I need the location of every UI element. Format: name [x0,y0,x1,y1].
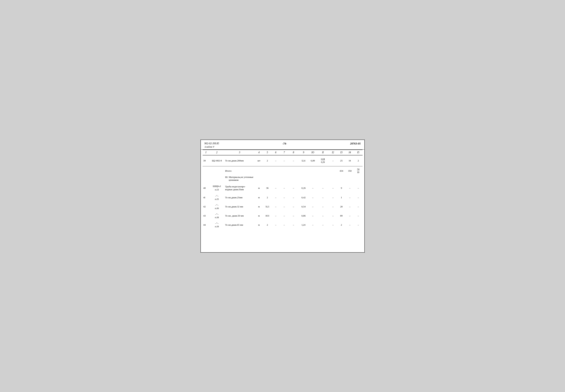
row-39-col2: Щ2-802-8 [209,155,224,166]
row-43-col2: –"–п.I8 [209,211,224,220]
row-42-col4: м [255,202,263,211]
total-col13: 434 [337,166,346,174]
row-44-col9: I,24 [298,220,308,229]
row-41-col3: То же,диам.25мм [224,193,255,202]
row-41-col9: 0,42 [298,193,308,202]
row-40-col4: м [255,183,263,193]
row-43-col9: 0,86 [298,211,308,220]
row-44-col2: –"–п.I9 [209,220,224,229]
row-39-col6: – [272,155,280,166]
row-39-col8: – [289,155,298,166]
row-41-col10: – [308,193,317,202]
total-label: Итого: [224,166,255,174]
row-40-col14: – [346,183,354,193]
total-empty-6 [272,166,280,174]
row-44-col4: м [255,220,263,229]
doc-number: 902-02-39I.85 [204,142,219,145]
total-empty-9 [298,166,308,174]
row-41-col7: – [280,193,289,202]
row-43-col1: 43 [203,211,209,220]
table-row: 4I –"–п.I5 То же,диам.25мм м 2 – – – 0,4… [203,193,362,202]
total-col15-bot: I9 [357,171,360,174]
row-41-col13: I [337,193,346,202]
row-39-col11: I,OI0,I9 [317,155,329,166]
row-41-col1: 4I [203,193,209,202]
row-43-col15: – [354,211,362,220]
row-40-col1: 40 [203,183,209,193]
total-empty-1 [203,166,209,174]
row-42-col14: – [346,202,354,211]
row-44-col13: 2 [337,220,346,229]
column-header-row: I 2 3 4 5 6 7 8 9 IO II I2 I3 I4 I5 [203,150,362,155]
row-41-col5: 2 [263,193,272,202]
row-41-col12: – [329,193,337,202]
section-header-row: Ш. Материалы,не учтенные ценником [203,174,362,183]
row-41-col8: – [289,193,298,202]
row-44-col8: – [289,220,298,229]
row-43-col12: – [329,211,337,220]
row-43-col5: IO3 [263,211,272,220]
row-41-col11: – [317,193,329,202]
row-39-col4: шт [255,155,263,166]
row-44-col12: – [329,220,337,229]
col-header-5: 5 [263,150,272,155]
album-label: Альбом У [204,145,219,148]
row-44-col1: 44 [203,220,209,229]
row-42-col15: – [354,202,362,211]
row-41-col14: – [346,193,354,202]
total-col14: 350 [346,166,354,174]
row-44-col15: – [354,220,362,229]
col-header-7: 7 [280,150,289,155]
row-43-col4: м [255,211,263,220]
total-empty-12 [329,166,337,174]
col-header-14: I4 [346,150,354,155]
total-empty-7 [280,166,289,174]
row-43-col7: – [280,211,289,220]
page-center: -74- [282,142,287,145]
row-43-col3: То же, диам.50 мм [224,211,255,220]
table-row: 40 ШЩIч.Iп.I3 Трубы водогазопро-водные д… [203,183,362,193]
row-39-col3: То же,диам.200мм [224,155,255,166]
row-44-col6: – [272,220,280,229]
row-39-col7: – [280,155,289,166]
table-row: 42 –"–п.I6 То же,диам.32 мм м 5I,5 – – –… [203,202,362,211]
total-col15-top: 50 [357,168,360,171]
col-header-4: 4 [255,150,263,155]
row-40-col11: – [317,183,329,193]
row-40-col10: – [308,183,317,193]
col-header-15: I5 [354,150,362,155]
row-39-col9: I2,6 [298,155,308,166]
table-row: 43 –"–п.I8 То же, диам.50 мм м IO3 – – –… [203,211,362,220]
row-43-col6: – [272,211,280,220]
total-empty-4 [255,166,263,174]
row-43-col11: – [317,211,329,220]
col-header-13: I3 [337,150,346,155]
col-header-9: 9 [298,150,308,155]
total-row: Итого: 434 350 50 I9 [203,166,362,174]
row-40-col2: ШЩIч.Iп.I3 [209,183,224,193]
row-39-col1: 39 [203,155,209,166]
row-42-col7: – [280,202,289,211]
row-44-col14: – [346,220,354,229]
row-42-col2: –"–п.I6 [209,202,224,211]
row-42-col3: То же,диам.32 мм [224,202,255,211]
total-empty-11 [317,166,329,174]
row-43-col10: – [308,211,317,220]
row-39-col13: 25 [337,155,346,166]
row-42-col11: – [317,202,329,211]
row-42-col10: – [308,202,317,211]
row-40-col3: Трубы водогазопро-водные диам.I5мм [224,183,255,193]
row-42-col8: – [289,202,298,211]
total-empty-10 [308,166,317,174]
col-header-1: I [203,150,209,155]
col-header-12: I2 [329,150,337,155]
col-header-2: 2 [209,150,224,155]
row-39-col12: – [329,155,337,166]
total-empty-5 [263,166,272,174]
row-39-col5: 2 [263,155,272,166]
row-40-col7: – [280,183,289,193]
row-41-col15: – [354,193,362,202]
row-40-col13: 9 [337,183,346,193]
col-header-8: 8 [289,150,298,155]
row-42-col6: – [272,202,280,211]
